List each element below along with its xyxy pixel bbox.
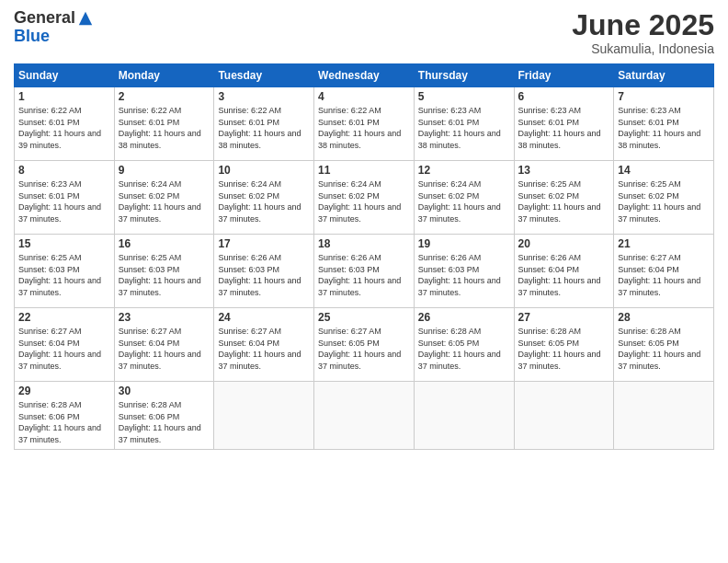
day-number: 27 <box>518 311 610 324</box>
day-info: Sunrise: 6:27 AM Sunset: 6:05 PM Dayligh… <box>318 326 410 372</box>
day-info: Sunrise: 6:23 AM Sunset: 6:01 PM Dayligh… <box>418 105 510 151</box>
day-number: 14 <box>618 164 710 177</box>
day-info: Sunrise: 6:25 AM Sunset: 6:03 PM Dayligh… <box>18 252 110 298</box>
day-info: Sunrise: 6:22 AM Sunset: 6:01 PM Dayligh… <box>318 105 410 151</box>
header: General Blue June 2025 Sukamulia, Indone… <box>14 9 714 56</box>
logo-text: General Blue <box>14 9 94 46</box>
table-row: 18 Sunrise: 6:26 AM Sunset: 6:03 PM Dayl… <box>314 235 415 308</box>
calendar-week-row: 8 Sunrise: 6:23 AM Sunset: 6:01 PM Dayli… <box>15 161 714 235</box>
logo-general: General <box>14 9 75 28</box>
header-friday: Friday <box>514 64 614 87</box>
day-info: Sunrise: 6:26 AM Sunset: 6:04 PM Dayligh… <box>518 252 610 298</box>
table-row: 26 Sunrise: 6:28 AM Sunset: 6:05 PM Dayl… <box>414 308 514 382</box>
header-sunday: Sunday <box>15 64 115 87</box>
day-number: 24 <box>218 311 310 324</box>
day-number: 26 <box>418 311 510 324</box>
day-number: 23 <box>119 311 210 324</box>
table-row: 25 Sunrise: 6:27 AM Sunset: 6:05 PM Dayl… <box>314 308 415 382</box>
calendar-week-row: 22 Sunrise: 6:27 AM Sunset: 6:04 PM Dayl… <box>15 308 714 382</box>
logo-blue: Blue <box>14 28 94 46</box>
day-number: 19 <box>418 237 510 250</box>
table-row: 14 Sunrise: 6:25 AM Sunset: 6:02 PM Dayl… <box>614 161 714 235</box>
day-info: Sunrise: 6:24 AM Sunset: 6:02 PM Dayligh… <box>218 178 310 224</box>
day-info: Sunrise: 6:28 AM Sunset: 6:05 PM Dayligh… <box>618 326 710 372</box>
table-row: 9 Sunrise: 6:24 AM Sunset: 6:02 PM Dayli… <box>114 161 214 235</box>
svg-marker-0 <box>79 12 92 25</box>
header-thursday: Thursday <box>414 64 514 87</box>
table-row: 22 Sunrise: 6:27 AM Sunset: 6:04 PM Dayl… <box>15 308 115 382</box>
table-row: 7 Sunrise: 6:23 AM Sunset: 6:01 PM Dayli… <box>614 87 714 161</box>
day-info: Sunrise: 6:27 AM Sunset: 6:04 PM Dayligh… <box>618 252 710 298</box>
day-info: Sunrise: 6:22 AM Sunset: 6:01 PM Dayligh… <box>218 105 310 151</box>
day-info: Sunrise: 6:28 AM Sunset: 6:06 PM Dayligh… <box>18 399 110 445</box>
day-number: 20 <box>518 237 610 250</box>
day-number: 8 <box>18 164 110 177</box>
day-number: 15 <box>18 237 110 250</box>
day-info: Sunrise: 6:28 AM Sunset: 6:06 PM Dayligh… <box>119 399 210 445</box>
day-number: 10 <box>218 164 310 177</box>
calendar-header-row: Sunday Monday Tuesday Wednesday Thursday… <box>15 64 714 87</box>
day-info: Sunrise: 6:23 AM Sunset: 6:01 PM Dayligh… <box>618 105 710 151</box>
logo-icon <box>77 10 94 27</box>
day-info: Sunrise: 6:22 AM Sunset: 6:01 PM Dayligh… <box>18 105 110 151</box>
header-tuesday: Tuesday <box>214 64 314 87</box>
table-row: 27 Sunrise: 6:28 AM Sunset: 6:05 PM Dayl… <box>514 308 614 382</box>
page: General Blue June 2025 Sukamulia, Indone… <box>0 0 728 563</box>
header-wednesday: Wednesday <box>314 64 415 87</box>
table-row <box>614 382 714 449</box>
day-number: 28 <box>618 311 710 324</box>
day-info: Sunrise: 6:25 AM Sunset: 6:02 PM Dayligh… <box>618 178 710 224</box>
day-info: Sunrise: 6:28 AM Sunset: 6:05 PM Dayligh… <box>418 326 510 372</box>
day-number: 17 <box>218 237 310 250</box>
table-row <box>414 382 514 449</box>
day-number: 16 <box>119 237 210 250</box>
day-info: Sunrise: 6:27 AM Sunset: 6:04 PM Dayligh… <box>218 326 310 372</box>
day-number: 7 <box>618 90 710 103</box>
day-number: 29 <box>18 385 110 397</box>
table-row: 19 Sunrise: 6:26 AM Sunset: 6:03 PM Dayl… <box>414 235 514 308</box>
day-info: Sunrise: 6:26 AM Sunset: 6:03 PM Dayligh… <box>318 252 410 298</box>
day-number: 13 <box>518 164 610 177</box>
day-number: 5 <box>418 90 510 103</box>
table-row: 11 Sunrise: 6:24 AM Sunset: 6:02 PM Dayl… <box>314 161 415 235</box>
day-number: 12 <box>418 164 510 177</box>
table-row: 3 Sunrise: 6:22 AM Sunset: 6:01 PM Dayli… <box>214 87 314 161</box>
table-row: 28 Sunrise: 6:28 AM Sunset: 6:05 PM Dayl… <box>614 308 714 382</box>
table-row: 21 Sunrise: 6:27 AM Sunset: 6:04 PM Dayl… <box>614 235 714 308</box>
day-info: Sunrise: 6:24 AM Sunset: 6:02 PM Dayligh… <box>418 178 510 224</box>
table-row <box>214 382 314 449</box>
table-row: 10 Sunrise: 6:24 AM Sunset: 6:02 PM Dayl… <box>214 161 314 235</box>
day-number: 6 <box>518 90 610 103</box>
table-row: 4 Sunrise: 6:22 AM Sunset: 6:01 PM Dayli… <box>314 87 415 161</box>
calendar-week-row: 15 Sunrise: 6:25 AM Sunset: 6:03 PM Dayl… <box>15 235 714 308</box>
day-info: Sunrise: 6:24 AM Sunset: 6:02 PM Dayligh… <box>119 178 210 224</box>
table-row: 17 Sunrise: 6:26 AM Sunset: 6:03 PM Dayl… <box>214 235 314 308</box>
table-row: 1 Sunrise: 6:22 AM Sunset: 6:01 PM Dayli… <box>15 87 115 161</box>
table-row: 12 Sunrise: 6:24 AM Sunset: 6:02 PM Dayl… <box>414 161 514 235</box>
table-row: 30 Sunrise: 6:28 AM Sunset: 6:06 PM Dayl… <box>114 382 214 449</box>
table-row: 5 Sunrise: 6:23 AM Sunset: 6:01 PM Dayli… <box>414 87 514 161</box>
day-number: 25 <box>318 311 410 324</box>
day-info: Sunrise: 6:28 AM Sunset: 6:05 PM Dayligh… <box>518 326 610 372</box>
day-number: 21 <box>618 237 710 250</box>
header-monday: Monday <box>114 64 214 87</box>
day-number: 22 <box>18 311 110 324</box>
day-info: Sunrise: 6:26 AM Sunset: 6:03 PM Dayligh… <box>218 252 310 298</box>
table-row <box>314 382 415 449</box>
day-number: 18 <box>318 237 410 250</box>
calendar-week-row: 1 Sunrise: 6:22 AM Sunset: 6:01 PM Dayli… <box>15 87 714 161</box>
day-info: Sunrise: 6:25 AM Sunset: 6:03 PM Dayligh… <box>119 252 210 298</box>
table-row: 23 Sunrise: 6:27 AM Sunset: 6:04 PM Dayl… <box>114 308 214 382</box>
day-info: Sunrise: 6:23 AM Sunset: 6:01 PM Dayligh… <box>518 105 610 151</box>
day-info: Sunrise: 6:27 AM Sunset: 6:04 PM Dayligh… <box>18 326 110 372</box>
header-saturday: Saturday <box>614 64 714 87</box>
table-row: 24 Sunrise: 6:27 AM Sunset: 6:04 PM Dayl… <box>214 308 314 382</box>
calendar-table: Sunday Monday Tuesday Wednesday Thursday… <box>14 63 714 449</box>
title-area: June 2025 Sukamulia, Indonesia <box>572 9 714 56</box>
table-row: 16 Sunrise: 6:25 AM Sunset: 6:03 PM Dayl… <box>114 235 214 308</box>
logo: General Blue <box>14 9 94 46</box>
day-number: 11 <box>318 164 410 177</box>
day-number: 9 <box>119 164 210 177</box>
table-row: 8 Sunrise: 6:23 AM Sunset: 6:01 PM Dayli… <box>15 161 115 235</box>
day-number: 3 <box>218 90 310 103</box>
